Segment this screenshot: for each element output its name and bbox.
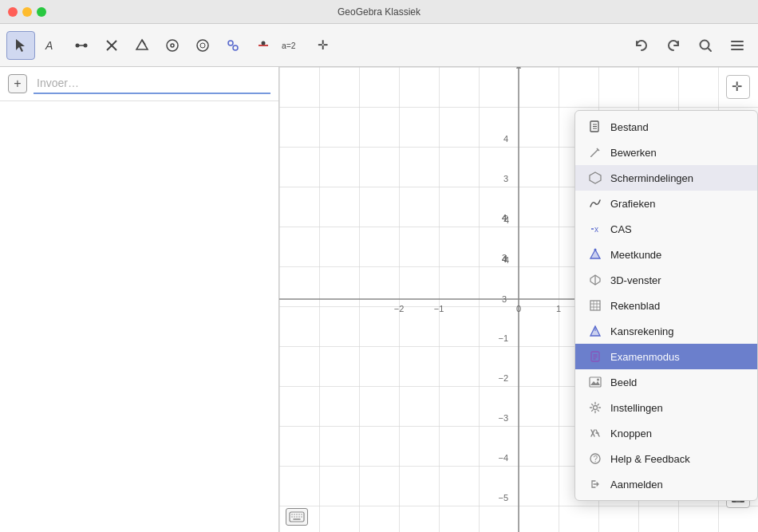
instellingen-menu-label: Instellingen <box>610 402 744 414</box>
add-expression-button[interactable]: + <box>8 74 27 93</box>
svg-text:−1: −1 <box>434 304 444 313</box>
tool-transform[interactable] <box>219 31 247 60</box>
svg-point-105 <box>597 379 599 381</box>
tool-line[interactable] <box>97 31 126 60</box>
tool-conic[interactable] <box>188 31 217 60</box>
beeld-menu-icon <box>588 375 602 389</box>
svg-marker-87 <box>590 172 601 183</box>
svg-point-12 <box>200 43 205 48</box>
knoppen-menu-label: Knoppen <box>610 428 744 439</box>
svg-text:−2: −2 <box>394 304 405 313</box>
schermindelingen-menu-icon <box>588 171 602 185</box>
expression-input[interactable] <box>34 73 270 94</box>
main-area: + <box>0 67 758 532</box>
svg-point-107 <box>594 406 598 410</box>
examenmodus-menu-label: Examenmodus <box>610 351 744 363</box>
tool-select[interactable] <box>6 31 35 60</box>
minimize-button[interactable] <box>22 7 32 17</box>
examenmodus-menu-icon <box>588 349 602 364</box>
menu-item-bestand[interactable]: Bestand <box>575 114 757 140</box>
kansrekening-menu-label: Kansrekening <box>610 325 744 337</box>
menu-item-aanmelden[interactable]: Aanmelden <box>575 471 757 497</box>
menu-item-rekenblad[interactable]: Rekenblad <box>575 293 757 318</box>
svg-text:x: x <box>594 225 598 234</box>
tool-measure[interactable] <box>249 31 278 60</box>
tool-input[interactable]: a=2 <box>279 31 308 60</box>
menu-item-bewerken[interactable]: Bewerken <box>575 140 757 165</box>
svg-text:✛: ✛ <box>732 80 742 93</box>
svg-text:2: 2 <box>503 214 508 223</box>
menu-item-examenmodus[interactable]: Examenmodus <box>575 344 757 369</box>
tool-text[interactable]: A <box>37 31 65 60</box>
meetkunde-menu-label: Meetkunde <box>610 249 744 261</box>
svg-point-9 <box>167 40 178 51</box>
undo-button[interactable] <box>629 33 654 58</box>
svg-line-84 <box>591 150 598 156</box>
tool-polygon[interactable] <box>128 31 156 60</box>
svg-text:a=2: a=2 <box>282 41 296 49</box>
svg-point-14 <box>233 45 238 50</box>
svg-text:?: ? <box>594 455 598 463</box>
menu-item-schermindelingen[interactable]: Schermindelingen <box>575 165 757 191</box>
grafieken-menu-icon <box>588 196 602 211</box>
tool-move-view[interactable]: ✛ <box>310 31 338 60</box>
tool-point[interactable] <box>67 31 96 60</box>
canvas-area[interactable]: −2 −1 0 1 2 3 4 5 6 4 3 4 4 3 4 4 4 1 2 … <box>279 67 758 532</box>
svg-line-21 <box>708 48 711 51</box>
toolbar: A <box>0 24 758 67</box>
svg-point-17 <box>262 41 266 45</box>
svg-point-13 <box>228 41 233 45</box>
help-menu-label: Help & Feedback <box>610 453 744 465</box>
bewerken-menu-icon <box>588 145 602 160</box>
bewerken-menu-label: Bewerken <box>610 147 744 159</box>
maximize-button[interactable] <box>37 7 46 17</box>
svg-point-11 <box>197 40 208 51</box>
rekenblad-menu-label: Rekenblad <box>610 300 744 312</box>
kansrekening-menu-icon <box>588 324 602 338</box>
3d-venster-menu-icon <box>588 273 602 287</box>
instellingen-menu-icon <box>588 400 602 415</box>
svg-marker-0 <box>16 39 25 52</box>
bestand-menu-label: Bestand <box>610 121 744 133</box>
menu-item-3d-venster[interactable]: 3D-venster <box>575 267 757 293</box>
menu-item-kansrekening[interactable]: Kansrekening <box>575 318 757 344</box>
beeld-menu-label: Beeld <box>610 376 744 388</box>
rekenblad-menu-icon <box>588 298 602 313</box>
svg-text:−1: −1 <box>498 333 508 343</box>
menu-item-beeld[interactable]: Beeld <box>575 369 757 395</box>
svg-marker-90 <box>590 250 600 258</box>
help-menu-icon: ? <box>588 451 602 466</box>
svg-line-15 <box>233 45 234 45</box>
grafieken-menu-label: Grafieken <box>610 198 744 210</box>
menu-item-knoppen[interactable]: Knoppen <box>575 420 757 446</box>
move-canvas-button[interactable]: ✛ <box>726 75 750 99</box>
svg-line-8 <box>142 40 145 45</box>
menu-item-grafieken[interactable]: Grafieken <box>575 191 757 216</box>
menu-item-meetkunde[interactable]: Meetkunde <box>575 242 757 267</box>
svg-point-4 <box>84 43 88 47</box>
close-button[interactable] <box>8 7 18 17</box>
svg-text:4: 4 <box>503 134 508 144</box>
svg-text:✛: ✛ <box>318 38 328 52</box>
svg-text:A: A <box>45 39 53 52</box>
svg-marker-31 <box>516 67 521 69</box>
aanmelden-menu-icon <box>588 477 602 491</box>
svg-text:3: 3 <box>502 294 507 304</box>
window-controls[interactable] <box>8 7 46 17</box>
menu-item-cas[interactable]: xCAS <box>575 216 757 242</box>
keyboard-toggle[interactable] <box>286 508 308 526</box>
meetkunde-menu-icon <box>588 247 602 262</box>
search-button[interactable] <box>693 33 718 58</box>
cas-menu-label: CAS <box>610 223 744 235</box>
redo-button[interactable] <box>661 33 686 58</box>
menu-item-help[interactable]: ?Help & Feedback <box>575 446 757 471</box>
menu-item-instellingen[interactable]: Instellingen <box>575 395 757 420</box>
svg-point-10 <box>171 44 174 47</box>
svg-text:0: 0 <box>516 304 521 313</box>
svg-marker-7 <box>136 40 148 49</box>
sidebar: + <box>0 67 279 532</box>
cas-menu-icon: x <box>588 222 602 236</box>
tool-circle[interactable] <box>158 31 187 60</box>
menu-button[interactable] <box>724 33 750 58</box>
3d-venster-menu-label: 3D-venster <box>610 274 744 286</box>
